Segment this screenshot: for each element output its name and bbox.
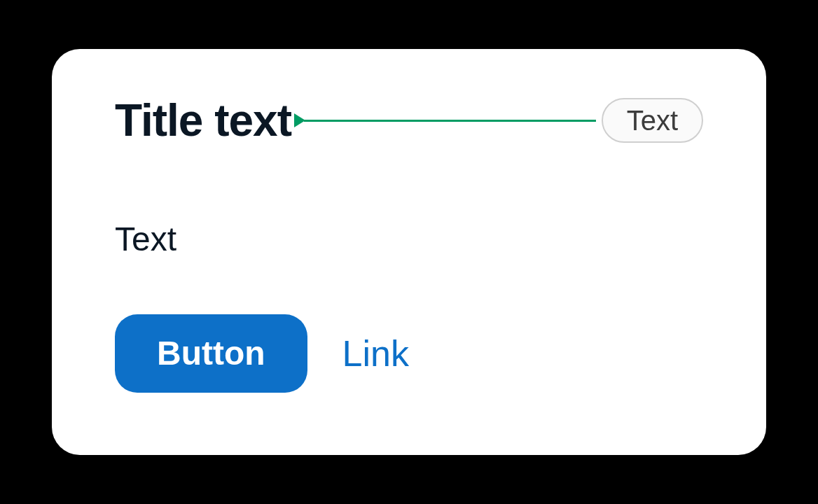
- body-text: Text: [115, 220, 703, 258]
- connector-line: [304, 120, 596, 122]
- card-title: Title text: [115, 98, 291, 143]
- actions-row: Button Link: [115, 314, 703, 393]
- primary-button[interactable]: Button: [115, 314, 307, 393]
- connector: [294, 120, 596, 121]
- annotation-badge: Text: [602, 98, 703, 143]
- card: Title text Text Text Button Link: [52, 49, 766, 455]
- link[interactable]: Link: [342, 335, 409, 372]
- title-row: Title text Text: [115, 98, 703, 143]
